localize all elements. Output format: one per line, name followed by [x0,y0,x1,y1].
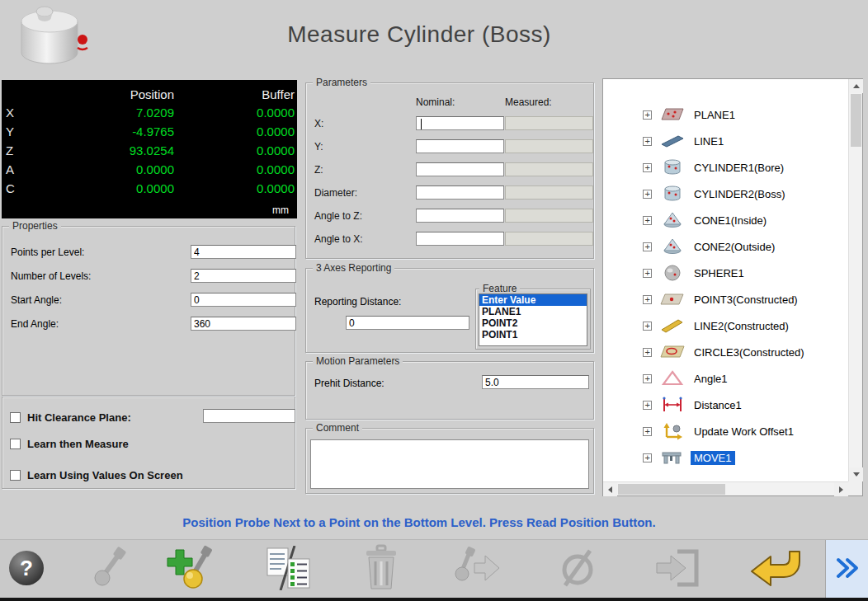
motion-parameters-group: Motion Parameters Prehit Distance: [305,361,594,420]
help-icon: ? [7,548,46,591]
end-angle-row: End Angle: [2,312,295,336]
expand-plus-icon[interactable] [643,295,652,304]
y-measured-input [505,139,593,153]
expand-plus-icon[interactable] [643,401,652,410]
start-angle-input[interactable] [191,293,296,307]
expand-plus-icon[interactable] [643,453,652,462]
diameter-nominal-input[interactable] [416,185,504,200]
axes-reporting-title: 3 Axes Reporting [313,262,394,274]
end-angle-input[interactable] [191,317,296,331]
double-chevron-right-icon [834,556,861,583]
x-nominal-input[interactable] [416,116,504,130]
tree-item-cone1-inside[interactable]: CONE1(Inside) [603,207,849,233]
learn-using-values-label: Learn Using Values On Screen [27,469,183,481]
expand-plus-icon[interactable] [643,216,652,225]
vertical-scroll-thumb[interactable] [851,94,861,147]
expand-plus-icon[interactable] [643,137,652,146]
learn-using-values-checkbox[interactable] [10,470,21,481]
number-of-levels-input[interactable] [191,269,296,283]
expand-plus-icon[interactable] [643,242,652,251]
page-title: Measure Cylinder (Boss) [0,21,838,48]
tree-item-distance1[interactable]: Distance1 [603,392,849,418]
hit-clearance-input[interactable] [203,409,295,423]
tree-item-cylinder2-boss[interactable]: CYLINDER2(Boss) [603,181,849,207]
feature-box-title: Feature [479,283,520,294]
tree-item-cone2-outside[interactable]: CONE2(Outside) [603,233,849,260]
add-feature-button[interactable] [167,545,216,594]
tree-item-circle3-constructed[interactable]: CIRCLE3(Constructed) [603,339,849,365]
feature-option-point2[interactable]: POINT2 [479,317,587,329]
comment-textarea[interactable] [310,439,589,489]
delete-button [356,545,406,594]
exit-button [652,545,701,594]
report-button[interactable] [262,545,312,594]
properties-group: Properties Points per Level: Number of L… [2,226,295,396]
reporting-distance-input[interactable] [346,316,469,330]
distance-icon [659,395,686,415]
scroll-up-icon[interactable] [849,79,863,93]
help-button[interactable]: ? [2,545,51,594]
end-angle-label: End Angle: [11,318,59,330]
expand-plus-icon[interactable] [643,190,652,199]
position-row-a: A 0.0000 0.0000 [2,160,297,179]
tree-item-update-work-offset1[interactable]: Update Work Offset1 [603,418,849,444]
expand-plus-icon[interactable] [643,110,652,120]
hit-clearance-checkbox[interactable] [10,412,21,423]
expand-plus-icon[interactable] [643,163,652,172]
scroll-left-icon[interactable] [603,482,617,496]
tree-horizontal-scrollbar[interactable] [603,481,848,495]
position-row-y: Y -4.9765 0.0000 [2,122,297,141]
measure-probe-button [83,545,132,594]
expand-plus-icon[interactable] [643,374,652,383]
angle-z-nominal-input[interactable] [416,209,504,223]
z-nominal-input[interactable] [416,162,504,176]
points-per-level-input[interactable] [191,245,296,259]
feature-option-enter-value[interactable]: Enter Value [479,294,587,306]
motion-parameters-title: Motion Parameters [313,355,403,367]
feature-tree-panel: PLANE1 LINE1 CYLINDER1(Bore) [602,78,863,496]
feature-option-plane1[interactable]: PLANE1 [479,306,587,317]
expand-plus-icon[interactable] [643,348,652,357]
sphere-icon [659,263,686,283]
scroll-down-icon[interactable] [849,467,863,481]
start-angle-label: Start Angle: [11,294,62,306]
position-row-c: C 0.0000 0.0000 [2,179,297,198]
horizontal-scroll-thumb[interactable] [618,484,725,495]
back-button[interactable] [747,545,804,594]
feature-box: Feature Enter Value PLANE1 POINT2 POINT1 [475,289,591,350]
tree-vertical-scrollbar[interactable] [848,79,862,481]
y-nominal-input[interactable] [416,139,504,153]
tree-item-angle1[interactable]: Angle1 [603,365,849,392]
measured-header: Measured: [505,96,552,108]
points-per-level-row: Points per Level: [2,240,295,264]
tree-item-cylinder1-bore[interactable]: CYLINDER1(Bore) [603,154,849,181]
number-of-levels-row: Number of Levels: [2,264,295,288]
constructed-circle-icon [659,342,686,362]
add-feature-icon [167,545,216,594]
feature-listbox[interactable]: Enter Value PLANE1 POINT2 POINT1 [479,293,587,346]
position-panel-header: Position Buffer [2,80,297,103]
scroll-right-icon[interactable] [834,482,848,496]
prehit-distance-input[interactable] [482,375,589,389]
tree-item-point3-constructed[interactable]: POINT3(Constructed) [603,286,849,312]
text-caret [421,119,422,129]
tree-item-plane1[interactable]: PLANE1 [603,101,849,128]
measure-cylinder-boss-window: Measure Cylinder (Boss) Position Buffer … [0,0,868,601]
tree-item-sphere1[interactable]: SPHERE1 [603,260,849,286]
tree-item-line1[interactable]: LINE1 [603,128,849,154]
cone-icon [659,210,686,230]
z-measured-input [505,162,593,176]
feature-option-point1[interactable]: POINT1 [479,329,587,340]
line-icon [659,131,686,151]
tree-item-move1[interactable]: MOVE1 [603,444,849,471]
expand-plus-icon[interactable] [643,269,652,278]
learn-then-measure-checkbox[interactable] [10,439,21,449]
expand-plus-icon[interactable] [643,427,652,436]
comment-group: Comment [305,428,594,494]
tree-item-line2-constructed[interactable]: LINE2(Constructed) [603,312,849,339]
expand-button[interactable] [826,540,868,599]
angle-x-nominal-input[interactable] [416,232,504,246]
expand-plus-icon[interactable] [643,322,652,331]
move-icon [659,448,686,467]
scrollbar-corner [848,481,862,495]
